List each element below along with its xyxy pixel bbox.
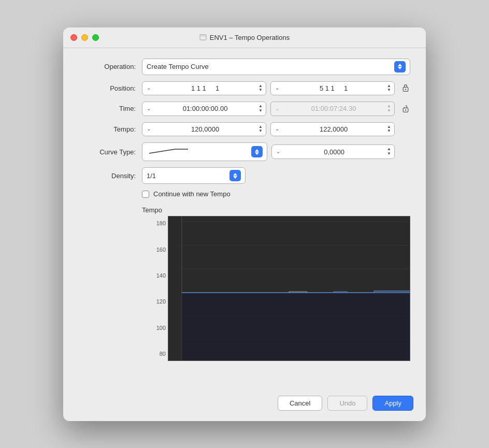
continue-checkbox[interactable] <box>142 191 149 198</box>
tempo-end-dn[interactable]: ▼ <box>387 129 391 134</box>
time-end-value: 01:00:07:24.30 <box>282 105 385 112</box>
position-start-arrows: ▲ ▼ <box>258 84 263 93</box>
time-end-dn[interactable]: ▼ <box>387 109 391 113</box>
time-end-field: ⌄ 01:00:07:24.30 ▲ ▼ <box>270 102 395 116</box>
curve-type-stepper[interactable] <box>251 146 263 157</box>
y-label-180: 180 <box>156 220 166 226</box>
position-lock[interactable] <box>401 83 410 93</box>
y-label-140: 140 <box>156 272 166 279</box>
position-label: Position: <box>79 84 136 92</box>
chart-canvas <box>168 216 410 361</box>
tempo-start-dn[interactable]: ▼ <box>258 129 263 134</box>
operation-row: Operation: Create Tempo Curve <box>79 59 410 75</box>
curve-type-label: Curve Type: <box>79 148 136 156</box>
undo-button[interactable]: Undo <box>327 396 367 411</box>
density-value: 1/1 <box>147 172 226 180</box>
tempo-end-field: ⌄ 122,0000 ▲ ▼ <box>270 122 395 137</box>
y-label-100: 100 <box>156 325 166 331</box>
density-select[interactable]: 1/1 <box>142 167 246 184</box>
app-window: ENV1 – Tempo Operations Operation: Creat… <box>63 27 426 421</box>
chart-y-axis: 180 160 140 120 100 80 <box>142 216 168 361</box>
time-start-dn[interactable]: ▼ <box>258 109 263 113</box>
minimize-button[interactable] <box>81 34 88 41</box>
close-button[interactable] <box>70 34 77 41</box>
svg-rect-13 <box>182 293 410 360</box>
position-start-down[interactable]: ⌄ <box>146 85 152 91</box>
position-end-field: ⌄ 5 1 1 1 ▲ ▼ <box>270 81 395 96</box>
curve-value-field: ⌄ 0,0000 ▲ ▼ <box>271 144 395 159</box>
footer: Cancel Undo Apply <box>63 387 426 421</box>
operation-select[interactable]: Create Tempo Curve <box>142 59 410 75</box>
title-bar: ENV1 – Tempo Operations <box>63 27 426 48</box>
position-row: Position: ⌄ 1 1 1 1 ▲ ▼ ⌄ 5 1 1 1 ▲ <box>79 81 410 96</box>
time-start-down[interactable]: ⌄ <box>146 106 152 111</box>
tempo-end-down[interactable]: ⌄ <box>274 126 280 132</box>
tempo-dual-group: ⌄ 120,0000 ▲ ▼ ⌄ 122,0000 ▲ ▼ <box>142 122 410 137</box>
tempo-start-arrows: ▲ ▼ <box>258 125 263 134</box>
operation-stepper-icon <box>398 64 402 69</box>
density-stepper[interactable] <box>229 170 241 181</box>
operation-value: Create Tempo Curve <box>147 63 209 70</box>
curve-preview <box>147 145 248 158</box>
time-label: Time: <box>79 105 136 112</box>
time-lock[interactable] <box>401 104 410 113</box>
y-label-120: 120 <box>156 298 166 305</box>
time-dual-group: ⌄ 01:00:00:00.00 ▲ ▼ ⌄ 01:00:07:24.30 ▲ … <box>142 102 410 116</box>
maximize-button[interactable] <box>92 34 99 41</box>
curve-value-arrows: ▲ ▼ <box>387 147 391 156</box>
tempo-start-value: 120,0000 <box>154 125 256 133</box>
svg-point-3 <box>405 89 406 90</box>
operation-stepper[interactable] <box>394 61 406 73</box>
curve-value-down[interactable]: ⌄ <box>275 149 281 154</box>
time-start-field: ⌄ 01:00:00:00.00 ▲ ▼ <box>142 102 266 116</box>
tempo-start-down[interactable]: ⌄ <box>146 126 152 132</box>
curve-value-dn[interactable]: ▼ <box>387 152 391 156</box>
position-dual-group: ⌄ 1 1 1 1 ▲ ▼ ⌄ 5 1 1 1 ▲ ▼ <box>142 81 410 96</box>
density-stepper-icon <box>233 173 237 179</box>
tempo-label: Tempo: <box>79 125 136 133</box>
curve-type-select[interactable] <box>142 142 267 161</box>
operation-label: Operation: <box>79 63 136 70</box>
time-start-arrows: ▲ ▼ <box>258 104 263 113</box>
svg-point-5 <box>405 109 406 110</box>
checkbox-row: Continue with new Tempo <box>142 190 410 198</box>
curve-type-row: Curve Type: ⌄ 0,0000 ▲ <box>79 142 410 161</box>
position-start-dn[interactable]: ▼ <box>258 88 263 93</box>
tempo-start-field: ⌄ 120,0000 ▲ ▼ <box>142 122 266 137</box>
position-end-value: 5 1 1 1 <box>282 84 385 92</box>
form-content: Operation: Create Tempo Curve Position: … <box>63 48 426 387</box>
cancel-button[interactable]: Cancel <box>278 396 322 411</box>
curve-value: 0,0000 <box>283 148 385 156</box>
tempo-row: Tempo: ⌄ 120,0000 ▲ ▼ ⌄ 122,0000 ▲ ▼ <box>79 122 410 137</box>
position-start-value: 1 1 1 1 <box>154 84 256 92</box>
window-controls <box>70 34 99 41</box>
position-start-field: ⌄ 1 1 1 1 ▲ ▼ <box>142 81 266 96</box>
chart-container: 180 160 140 120 100 80 <box>142 216 410 361</box>
position-end-down[interactable]: ⌄ <box>274 85 280 91</box>
y-label-160: 160 <box>156 247 166 253</box>
chart-svg <box>168 216 410 360</box>
continue-label: Continue with new Tempo <box>153 190 231 198</box>
apply-button[interactable]: Apply <box>372 396 413 411</box>
time-row: Time: ⌄ 01:00:00:00.00 ▲ ▼ ⌄ 01:00:07:24… <box>79 102 410 116</box>
tempo-end-arrows: ▲ ▼ <box>387 125 391 134</box>
time-end-down[interactable]: ⌄ <box>274 106 280 111</box>
window-title: ENV1 – Tempo Operations <box>199 34 290 41</box>
chart-section: Tempo 180 160 140 120 100 80 <box>79 206 410 377</box>
density-row: Density: 1/1 <box>79 167 410 184</box>
curve-type-dual-group: ⌄ 0,0000 ▲ ▼ <box>142 142 410 161</box>
svg-rect-0 <box>200 35 206 40</box>
time-end-arrows: ▲ ▼ <box>387 104 391 113</box>
y-label-80: 80 <box>160 351 166 357</box>
curve-stepper-icon <box>255 149 259 155</box>
tempo-end-value: 122,0000 <box>282 125 385 133</box>
time-start-value: 01:00:00:00.00 <box>154 105 256 112</box>
position-end-arrows: ▲ ▼ <box>387 84 391 93</box>
position-end-dn[interactable]: ▼ <box>387 88 391 93</box>
chart-title: Tempo <box>142 206 410 214</box>
density-label: Density: <box>79 172 136 180</box>
